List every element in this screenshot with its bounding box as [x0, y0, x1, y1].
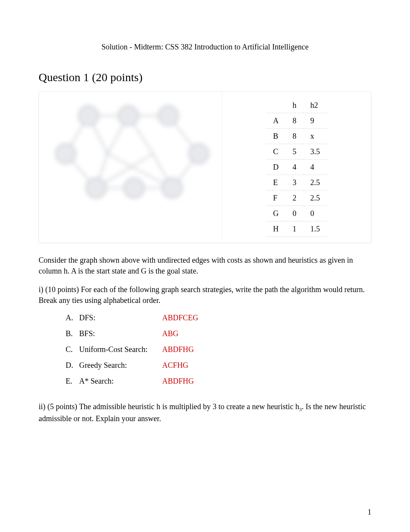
graph-blurred-image — [43, 96, 218, 212]
item-label: Greedy Search: — [79, 361, 162, 370]
cell-h: 1 — [286, 221, 303, 237]
cell-node: C — [266, 144, 285, 160]
table-row: E 3 2.5 — [266, 175, 327, 190]
cell-h: 2 — [286, 190, 303, 206]
table-row: F 2 2.5 — [266, 190, 327, 206]
cell-node: H — [266, 221, 285, 237]
cell-h2: 1.5 — [303, 221, 327, 237]
cell-node: D — [266, 160, 285, 175]
cell-node: F — [266, 190, 285, 206]
svg-point-20 — [86, 178, 106, 198]
cell-h2: 9 — [303, 113, 327, 129]
col-node — [266, 98, 285, 113]
cell-node: B — [266, 129, 285, 144]
cell-node: E — [266, 175, 285, 190]
document-header: Solution - Midterm: CSS 382 Introduction… — [39, 42, 371, 51]
item-letter: D. — [66, 361, 79, 370]
table-row: G 0 0 — [266, 206, 327, 221]
table-header-row: h h2 — [266, 98, 327, 113]
item-label: A* Search: — [79, 377, 162, 386]
list-item: E. A* Search: ABDFHG — [66, 377, 371, 386]
cell-h: 4 — [286, 160, 303, 175]
cell-h: 0 — [286, 206, 303, 221]
item-answer: ABDFCEG — [162, 313, 198, 322]
intro-paragraph: Consider the graph shown above with undi… — [39, 255, 371, 276]
svg-point-17 — [158, 106, 178, 126]
item-answer: ABDFHG — [162, 345, 194, 354]
item-letter: B. — [66, 329, 79, 338]
part-i-prompt: i) (10 points) For each of the following… — [39, 284, 371, 306]
figure-container: h h2 A 8 9 B 8 x C 5 3.5 — [39, 92, 371, 243]
graph-figure — [39, 92, 222, 243]
page-number: 1 — [368, 508, 371, 517]
algorithm-answers: A. DFS: ABDFCEG B. BFS: ABG C. Uniform-C… — [66, 313, 371, 386]
part-ii-pre: ii) (5 points) The admissible heuristic … — [39, 402, 299, 411]
cell-h: 8 — [286, 113, 303, 129]
item-answer: ABG — [162, 329, 178, 338]
svg-point-22 — [162, 178, 182, 198]
cell-h2: 2.5 — [303, 175, 327, 190]
cell-h2: 2.5 — [303, 190, 327, 206]
table-row: C 5 3.5 — [266, 144, 327, 160]
question-heading: Question 1 (20 points) — [39, 71, 371, 84]
item-label: Uniform-Cost Search: — [79, 345, 162, 354]
part-ii-prompt: ii) (5 points) The admissible heuristic … — [39, 401, 371, 424]
table-row: A 8 9 — [266, 113, 327, 129]
item-letter: A. — [66, 313, 79, 322]
cell-h2: 0 — [303, 206, 327, 221]
cell-h2: 4 — [303, 160, 327, 175]
cell-node: G — [266, 206, 285, 221]
item-answer: ACFHG — [162, 361, 188, 370]
cell-node: A — [266, 113, 285, 129]
list-item: A. DFS: ABDFCEG — [66, 313, 371, 322]
item-answer: ABDFHG — [162, 377, 194, 386]
table-row: B 8 x — [266, 129, 327, 144]
svg-point-16 — [119, 106, 138, 126]
svg-point-15 — [79, 106, 98, 126]
list-item: D. Greedy Search: ACFHG — [66, 361, 371, 370]
item-letter: E. — [66, 377, 79, 386]
item-label: DFS: — [79, 313, 162, 322]
item-letter: C. — [66, 345, 79, 354]
svg-point-21 — [124, 178, 144, 198]
table-row: D 4 4 — [266, 160, 327, 175]
list-item: C. Uniform-Cost Search: ABDFHG — [66, 345, 371, 354]
cell-h: 3 — [286, 175, 303, 190]
col-h: h — [286, 98, 303, 113]
cell-h: 8 — [286, 129, 303, 144]
cell-h: 5 — [286, 144, 303, 160]
cell-h2: x — [303, 129, 327, 144]
col-h2: h2 — [303, 98, 327, 113]
cell-h2: 3.5 — [303, 144, 327, 160]
svg-point-19 — [189, 144, 208, 163]
svg-point-18 — [56, 144, 75, 163]
heuristics-table: h h2 A 8 9 B 8 x C 5 3.5 — [266, 98, 327, 237]
table-row: H 1 1.5 — [266, 221, 327, 237]
heuristics-panel: h h2 A 8 9 B 8 x C 5 3.5 — [222, 92, 371, 243]
item-label: BFS: — [79, 329, 162, 338]
list-item: B. BFS: ABG — [66, 329, 371, 338]
